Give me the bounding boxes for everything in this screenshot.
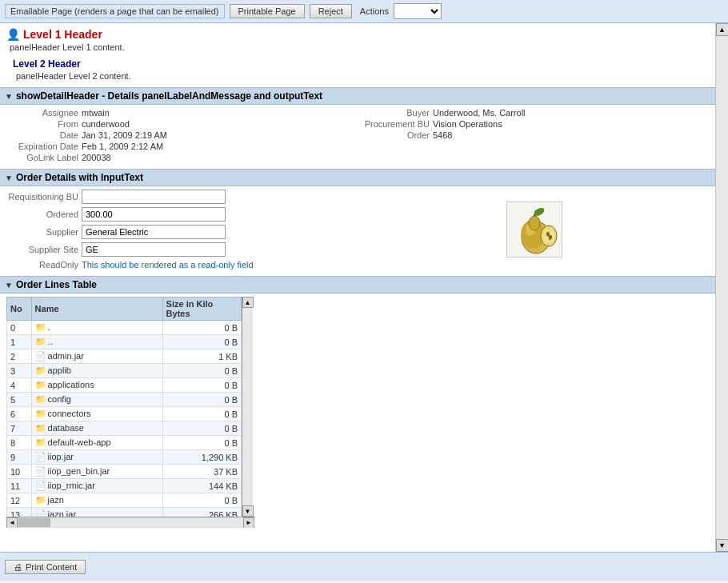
level1-header-title: 👤 Level 1 Header bbox=[6, 28, 709, 41]
cell-size: 144 KB bbox=[166, 481, 238, 491]
procbu-value: Vision Operations bbox=[433, 119, 502, 129]
lines-table-body: 0📁.0 B1📁..0 B2📄admin.jar1 KB3📁applib0 B4… bbox=[7, 321, 242, 517]
page-scroll-up-button[interactable]: ▲ bbox=[716, 23, 729, 36]
cell-size: 0 B bbox=[166, 323, 238, 333]
ordered-input[interactable] bbox=[82, 207, 226, 222]
detail-grid: Assignee mtwain From cunderwood Date Jan… bbox=[0, 105, 715, 166]
cell-size-container: 0 B bbox=[162, 321, 241, 335]
cell-no: 4 bbox=[7, 378, 32, 393]
golink-row: GoLink Label 200038 bbox=[6, 153, 358, 162]
table-viewport: No Name Size in Kilo Bytes 0📁.0 B1📁..0 B… bbox=[6, 297, 242, 517]
cell-size: 0 B bbox=[166, 438, 238, 448]
cell-no: 10 bbox=[7, 465, 32, 479]
level1-content: panelHeader Level 1 content. bbox=[6, 41, 709, 54]
pear-image-container bbox=[359, 190, 709, 270]
cell-no: 13 bbox=[7, 508, 32, 517]
cell-size-container: 0 B bbox=[162, 393, 241, 407]
table-row: 7📁database0 B bbox=[7, 421, 242, 436]
table-row: 0📁.0 B bbox=[7, 321, 242, 335]
cell-size: 266 KB bbox=[166, 510, 238, 517]
main-wrapper: 👤 Level 1 Header panelHeader Level 1 con… bbox=[0, 23, 728, 552]
vscroll-up-button[interactable]: ▲ bbox=[242, 297, 254, 308]
print-btn-label: Print Content bbox=[26, 562, 77, 572]
cell-size-container: 37 KB bbox=[162, 465, 241, 479]
readonly-label: ReadOnly bbox=[6, 260, 78, 270]
pear-svg bbox=[510, 204, 558, 256]
vscroll-track bbox=[242, 308, 253, 505]
cell-name: 📄jazn.jar bbox=[31, 508, 162, 517]
cell-size: 0 B bbox=[166, 381, 238, 390]
suppliersite-field-row: Supplier Site bbox=[6, 242, 356, 257]
level1-title-text: Level 1 Header bbox=[23, 28, 102, 41]
cell-name: 📁config bbox=[31, 393, 162, 407]
file-icon: 📄 bbox=[35, 466, 46, 476]
golink-label: GoLink Label bbox=[6, 153, 78, 162]
table-row: 9📄iiop.jar1,290 KB bbox=[7, 450, 242, 465]
cell-no: 9 bbox=[7, 450, 32, 465]
cell-size: 1 KB bbox=[166, 352, 238, 361]
cell-size-container: 144 KB bbox=[162, 479, 241, 493]
order-details-section: Requisitioning BU Ordered Supplier Suppl… bbox=[0, 186, 715, 273]
cell-name: 📁connectors bbox=[31, 407, 162, 421]
cell-no: 12 bbox=[7, 493, 32, 508]
collapse-icon[interactable]: ▼ bbox=[5, 92, 13, 101]
readonly-value: This should be rendered as a read-only f… bbox=[82, 260, 254, 270]
order-lines-collapse-icon[interactable]: ▼ bbox=[5, 281, 13, 290]
cell-size: 1,290 KB bbox=[166, 453, 238, 462]
hscroll-thumb bbox=[18, 518, 50, 527]
hscroll-right-button[interactable]: ► bbox=[243, 517, 254, 529]
file-icon: 📄 bbox=[35, 351, 46, 361]
order-details-collapse-icon[interactable]: ▼ bbox=[5, 174, 13, 182]
cell-name: 📄admin.jar bbox=[31, 349, 162, 364]
actions-label: Actions bbox=[360, 6, 389, 16]
cell-name: 📄iiop.jar bbox=[31, 450, 162, 465]
cell-no: 11 bbox=[7, 479, 32, 493]
ordered-label: Ordered bbox=[6, 210, 78, 219]
reqbu-input[interactable] bbox=[82, 190, 226, 204]
lines-table-header: No Name Size in Kilo Bytes bbox=[7, 297, 242, 321]
suppliersite-input[interactable] bbox=[82, 242, 226, 257]
svg-point-3 bbox=[529, 216, 540, 230]
expiration-row: Expiration Date Feb 1, 2009 2:12 AM bbox=[6, 142, 358, 151]
file-icon: 📄 bbox=[35, 452, 46, 461]
folder-icon: 📁 bbox=[35, 365, 46, 375]
table-row: 2📄admin.jar1 KB bbox=[7, 349, 242, 364]
level2-content: panelHeader Level 2 content. bbox=[13, 70, 709, 82]
page-scroll-down-button[interactable]: ▼ bbox=[716, 539, 729, 552]
suppliersite-label: Supplier Site bbox=[6, 245, 78, 254]
file-icon: 📄 bbox=[35, 481, 46, 490]
cell-no: 1 bbox=[7, 335, 32, 349]
expiration-label: Expiration Date bbox=[6, 142, 78, 151]
folder-icon: 📁 bbox=[35, 337, 46, 346]
order-details-header-bar: ▼ Order Details with InputText bbox=[0, 169, 715, 186]
table-container: No Name Size in Kilo Bytes 0📁.0 B1📁..0 B… bbox=[6, 297, 254, 528]
actions-select[interactable] bbox=[394, 3, 442, 19]
print-content-button[interactable]: 🖨 Print Content bbox=[5, 560, 86, 574]
input-grid: Requisitioning BU Ordered Supplier Suppl… bbox=[6, 190, 709, 270]
cell-size-container: 0 B bbox=[162, 493, 241, 508]
order-row: Order 5468 bbox=[358, 130, 709, 140]
cell-name: 📄iiop_rmic.jar bbox=[31, 479, 162, 493]
buyer-label: Buyer bbox=[358, 108, 430, 118]
level2-header-section: Level 2 Header panelHeader Level 2 conte… bbox=[0, 55, 715, 84]
printable-page-button[interactable]: Printable Page bbox=[230, 4, 305, 18]
from-value: cunderwood bbox=[82, 119, 130, 129]
cell-size-container: 0 B bbox=[162, 436, 241, 450]
folder-icon: 📁 bbox=[35, 437, 46, 447]
bottom-toolbar: 🖨 Print Content bbox=[0, 552, 728, 581]
cell-size-container: 0 B bbox=[162, 378, 241, 393]
show-detail-header-bar: ▼ showDetailHeader - Details panelLabelA… bbox=[0, 87, 715, 105]
vscroll-down-button[interactable]: ▼ bbox=[242, 505, 254, 517]
supplier-input[interactable] bbox=[82, 225, 226, 239]
cell-name: 📄iiop_gen_bin.jar bbox=[31, 465, 162, 479]
date-row: Date Jan 31, 2009 2:19 AM bbox=[6, 130, 358, 140]
lines-table: No Name Size in Kilo Bytes 0📁.0 B1📁..0 B… bbox=[6, 297, 242, 517]
cell-size-container: 0 B bbox=[162, 421, 241, 436]
folder-icon: 📁 bbox=[35, 322, 46, 332]
date-label: Date bbox=[6, 130, 78, 140]
header-row: No Name Size in Kilo Bytes bbox=[7, 297, 242, 321]
order-details-title: Order Details with InputText bbox=[16, 172, 143, 183]
table-vertical-scrollbar: ▲ ▼ bbox=[242, 297, 253, 517]
reject-button[interactable]: Reject bbox=[310, 4, 352, 18]
hscroll-left-button[interactable]: ◄ bbox=[6, 517, 18, 529]
